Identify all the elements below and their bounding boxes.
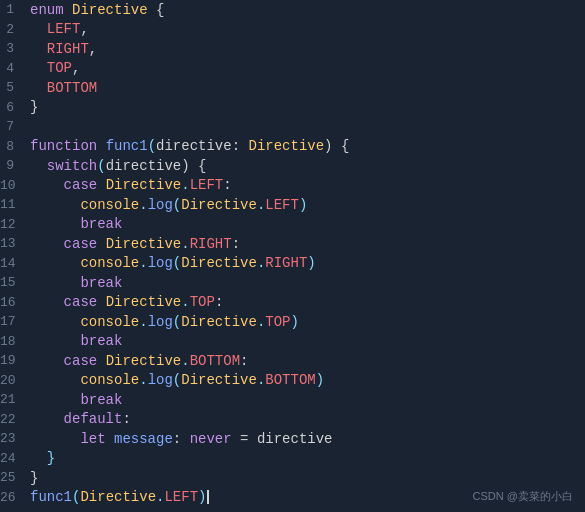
token: : (173, 431, 190, 447)
token: directive (106, 158, 182, 174)
code-line: 10 case Directive.LEFT: (0, 176, 585, 196)
token: ( (173, 197, 181, 213)
line-number: 3 (0, 41, 30, 56)
token: Directive (80, 489, 156, 505)
line-content: case Directive.LEFT: (30, 177, 232, 193)
token: log (148, 372, 173, 388)
line-content: function func1(directive: Directive) { (30, 138, 349, 154)
token: LEFT (190, 177, 224, 193)
token: Directive (106, 294, 182, 310)
token: . (257, 314, 265, 330)
token: directive (156, 138, 232, 154)
token: } (30, 470, 38, 486)
token: Directive (72, 2, 148, 18)
line-content: console.log(Directive.TOP) (30, 314, 299, 330)
code-line: 20 console.log(Directive.BOTTOM) (0, 371, 585, 391)
token: { (148, 2, 165, 18)
line-content: RIGHT, (30, 41, 97, 57)
token: . (139, 255, 147, 271)
token: case (30, 294, 106, 310)
token: default (30, 411, 122, 427)
line-number: 11 (0, 197, 30, 212)
token: ) (316, 372, 324, 388)
token: Directive (106, 353, 182, 369)
token: break (30, 216, 122, 232)
code-line: 15 break (0, 273, 585, 293)
token: : (223, 177, 231, 193)
token: ( (173, 255, 181, 271)
line-number: 20 (0, 373, 30, 388)
token: log (148, 314, 173, 330)
token: func1 (30, 489, 72, 505)
token: ( (97, 158, 105, 174)
token: case (30, 236, 106, 252)
token: . (257, 197, 265, 213)
line-number: 18 (0, 334, 30, 349)
line-content: case Directive.TOP: (30, 294, 223, 310)
line-number: 22 (0, 412, 30, 427)
token: directive (257, 431, 333, 447)
token: ) (198, 489, 206, 505)
code-line: 22 default: (0, 410, 585, 430)
watermark-text: CSDN @卖菜的小白 (473, 489, 573, 504)
token: never (190, 431, 232, 447)
code-line: 3 RIGHT, (0, 39, 585, 59)
line-content: break (30, 333, 122, 349)
line-number: 2 (0, 22, 30, 37)
token: } (30, 99, 38, 115)
line-number: 14 (0, 256, 30, 271)
token: ) (307, 255, 315, 271)
token: : (215, 294, 223, 310)
token: RIGHT (265, 255, 307, 271)
token: case (30, 177, 106, 193)
token: : (232, 138, 249, 154)
token: RIGHT (30, 41, 89, 57)
token: ) (291, 314, 299, 330)
token: . (139, 372, 147, 388)
token: ) { (324, 138, 349, 154)
line-number: 16 (0, 295, 30, 310)
token: log (148, 197, 173, 213)
line-content: switch(directive) { (30, 158, 206, 174)
line-number: 26 (0, 490, 30, 505)
line-number: 25 (0, 470, 30, 485)
line-number: 8 (0, 139, 30, 154)
token: case (30, 353, 106, 369)
line-number: 13 (0, 236, 30, 251)
line-number: 5 (0, 80, 30, 95)
token: . (156, 489, 164, 505)
token: LEFT (265, 197, 299, 213)
token: Directive (181, 372, 257, 388)
line-number: 12 (0, 217, 30, 232)
code-line: 16 case Directive.TOP: (0, 293, 585, 313)
code-line: 12 break (0, 215, 585, 235)
token: console (30, 372, 139, 388)
token: . (181, 353, 189, 369)
token: LEFT (30, 21, 80, 37)
code-line: 5 BOTTOM (0, 78, 585, 98)
token: Directive (106, 177, 182, 193)
token: TOP (190, 294, 215, 310)
token: ( (173, 372, 181, 388)
code-line: 6} (0, 98, 585, 118)
token: . (257, 255, 265, 271)
code-line: 7 (0, 117, 585, 137)
line-content: console.log(Directive.RIGHT) (30, 255, 316, 271)
line-content: console.log(Directive.LEFT) (30, 197, 307, 213)
line-content: break (30, 275, 122, 291)
token: Directive (248, 138, 324, 154)
token: RIGHT (190, 236, 232, 252)
line-number: 17 (0, 314, 30, 329)
token: , (72, 60, 80, 76)
token: log (148, 255, 173, 271)
line-number: 21 (0, 392, 30, 407)
code-line: 8function func1(directive: Directive) { (0, 137, 585, 157)
token: TOP (30, 60, 72, 76)
token: ( (173, 314, 181, 330)
line-number: 1 (0, 2, 30, 17)
token: . (139, 314, 147, 330)
token: BOTTOM (30, 80, 97, 96)
code-line: 11 console.log(Directive.LEFT) (0, 195, 585, 215)
code-line: 13 case Directive.RIGHT: (0, 234, 585, 254)
token: } (30, 450, 55, 466)
